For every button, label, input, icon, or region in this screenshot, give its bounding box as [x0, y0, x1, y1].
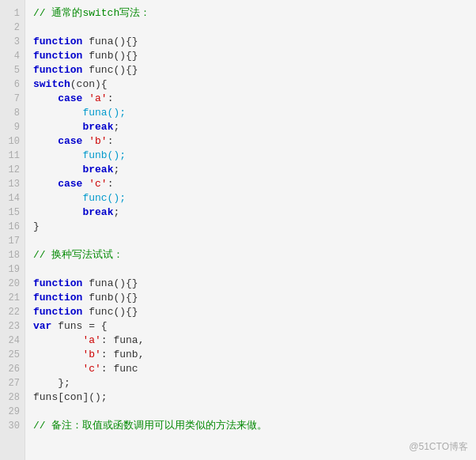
- code-line-23: var funs = {: [33, 319, 468, 334]
- line-num-14: 14: [5, 191, 20, 205]
- code-line-15: break;: [33, 205, 468, 220]
- code-line-13: case 'c':: [33, 177, 468, 191]
- line-num-19: 19: [5, 262, 20, 277]
- code-line-29: [33, 405, 468, 419]
- code-line-22: function func(){}: [33, 305, 468, 319]
- code-line-14: func();: [33, 191, 468, 205]
- code-line-12: break;: [33, 163, 468, 177]
- line-num-13: 13: [5, 177, 20, 191]
- watermark: @51CTO博客: [409, 440, 468, 454]
- code-line-20: function funa(){}: [33, 277, 468, 291]
- line-num-21: 21: [5, 291, 20, 305]
- line-num-24: 24: [5, 334, 20, 348]
- line-num-26: 26: [5, 362, 20, 376]
- line-num-9: 9: [5, 120, 20, 134]
- line-num-15: 15: [5, 205, 20, 220]
- line-numbers: 1 2 3 4 5 6 7 8 9 10 11 12 13 14 15 16 1…: [0, 0, 25, 460]
- code-line-26: 'c': func: [33, 362, 468, 376]
- line-num-16: 16: [5, 220, 20, 234]
- code-editor: 1 2 3 4 5 6 7 8 9 10 11 12 13 14 15 16 1…: [0, 0, 476, 460]
- line-num-20: 20: [5, 277, 20, 291]
- code-line-17: [33, 234, 468, 248]
- line-num-28: 28: [5, 390, 20, 405]
- line-num-25: 25: [5, 348, 20, 362]
- code-line-30: // 备注：取值或函数调用可以用类似的方法来做。: [33, 419, 468, 433]
- code-line-2: [33, 21, 468, 35]
- line-num-22: 22: [5, 305, 20, 319]
- code-line-28: funs[con]();: [33, 390, 468, 405]
- code-line-25: 'b': funb,: [33, 348, 468, 362]
- code-line-3: function funa(){}: [33, 35, 468, 49]
- line-num-3: 3: [5, 35, 20, 49]
- code-line-9: break;: [33, 120, 468, 134]
- line-num-23: 23: [5, 319, 20, 334]
- code-line-8: funa();: [33, 106, 468, 120]
- code-area: // 通常的switch写法： function funa(){} functi…: [25, 0, 476, 460]
- line-num-29: 29: [5, 405, 20, 419]
- line-num-18: 18: [5, 248, 20, 262]
- line-num-6: 6: [5, 77, 20, 92]
- line-num-8: 8: [5, 106, 20, 120]
- code-line-27: };: [33, 376, 468, 390]
- line-num-10: 10: [5, 134, 20, 149]
- code-line-21: function funb(){}: [33, 291, 468, 305]
- code-line-18: // 换种写法试试：: [33, 248, 468, 262]
- line-num-12: 12: [5, 163, 20, 177]
- code-line-5: function func(){}: [33, 63, 468, 77]
- line-num-11: 11: [5, 149, 20, 163]
- line-num-1: 1: [5, 6, 20, 21]
- line-num-7: 7: [5, 92, 20, 106]
- code-line-11: funb();: [33, 149, 468, 163]
- code-line-10: case 'b':: [33, 134, 468, 149]
- line-num-2: 2: [5, 21, 20, 35]
- code-line-4: function funb(){}: [33, 49, 468, 63]
- line-num-30: 30: [5, 419, 20, 433]
- line-num-5: 5: [5, 63, 20, 77]
- code-line-19: [33, 262, 468, 277]
- code-line-24: 'a': funa,: [33, 334, 468, 348]
- line-num-4: 4: [5, 49, 20, 63]
- code-line-6: switch(con){: [33, 77, 468, 92]
- code-line-7: case 'a':: [33, 92, 468, 106]
- line-num-27: 27: [5, 376, 20, 390]
- code-line-1: // 通常的switch写法：: [33, 6, 468, 21]
- line-num-17: 17: [5, 234, 20, 248]
- code-line-16: }: [33, 220, 468, 234]
